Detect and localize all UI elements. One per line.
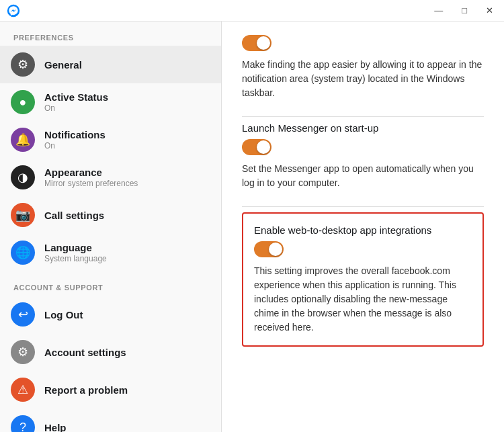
minimize-button[interactable]: — bbox=[430, 5, 447, 16]
content-area: Make finding the app easier by allowing … bbox=[222, 21, 504, 432]
sidebar: PREFERENCES⚙General●Active StatusOn🔔Noti… bbox=[0, 21, 222, 432]
sidebar-item-text-notifications: NotificationsOn bbox=[44, 129, 106, 150]
section-startup: Launch Messenger on start-up Set the Mes… bbox=[242, 122, 484, 190]
sidebar-item-help[interactable]: ?Help bbox=[0, 408, 221, 432]
section-web-desktop: Enable web-to-desktop app integrations T… bbox=[242, 212, 484, 347]
sidebar-item-sub-appearance: Mirror system preferences bbox=[44, 179, 138, 188]
sidebar-item-label-help: Help bbox=[44, 422, 67, 433]
sidebar-item-text-active-status: Active StatusOn bbox=[44, 91, 108, 113]
notifications-icon: 🔔 bbox=[11, 128, 35, 152]
window-controls: — □ ✕ bbox=[430, 5, 497, 16]
main-layout: PREFERENCES⚙General●Active StatusOn🔔Noti… bbox=[0, 21, 504, 432]
sidebar-item-text-call-settings: Call settings bbox=[44, 210, 104, 221]
divider-1 bbox=[242, 116, 484, 117]
sidebar-item-language[interactable]: 🌐LanguageSystem language bbox=[0, 234, 221, 271]
sidebar-item-sub-notifications: On bbox=[44, 141, 106, 150]
logout-icon: ↩ bbox=[11, 302, 35, 327]
sidebar-item-text-help: Help bbox=[44, 422, 67, 433]
sidebar-item-label-active-status: Active Status bbox=[44, 91, 108, 103]
startup-toggle[interactable] bbox=[242, 139, 271, 155]
sidebar-item-text-language: LanguageSystem language bbox=[44, 242, 107, 263]
startup-description: Set the Messenger app to open automatica… bbox=[242, 162, 484, 190]
language-icon: 🌐 bbox=[11, 241, 35, 265]
startup-label: Launch Messenger on start-up bbox=[242, 122, 484, 134]
account-settings-icon: ⚙ bbox=[11, 340, 35, 364]
startup-toggle-knob bbox=[257, 140, 270, 154]
help-icon: ? bbox=[11, 415, 35, 432]
appearance-icon: ◑ bbox=[11, 165, 35, 189]
startup-toggle-wrap bbox=[242, 139, 484, 155]
sidebar-item-label-call-settings: Call settings bbox=[44, 210, 104, 221]
sidebar-item-label-logout: Log Out bbox=[44, 309, 83, 320]
sidebar-item-active-status[interactable]: ●Active StatusOn bbox=[0, 83, 221, 121]
tray-toggle[interactable] bbox=[242, 35, 271, 51]
sidebar-section-title: ACCOUNT & SUPPORT bbox=[0, 271, 221, 296]
sidebar-item-label-general: General bbox=[44, 59, 82, 71]
sidebar-item-call-settings[interactable]: 📷Call settings bbox=[0, 196, 221, 234]
sidebar-item-label-language: Language bbox=[44, 242, 107, 253]
active-status-icon: ● bbox=[11, 90, 35, 114]
sidebar-item-text-report-problem: Report a problem bbox=[44, 384, 128, 396]
sidebar-item-logout[interactable]: ↩Log Out bbox=[0, 296, 221, 333]
web-desktop-description: This setting improves the overall facebo… bbox=[254, 264, 472, 335]
sidebar-section-title: PREFERENCES bbox=[0, 21, 221, 46]
sidebar-item-text-account-settings: Account settings bbox=[44, 347, 126, 358]
title-bar: — □ ✕ bbox=[0, 0, 504, 21]
web-desktop-toggle[interactable] bbox=[254, 241, 284, 257]
tray-toggle-knob bbox=[257, 36, 270, 50]
tray-description: Make finding the app easier by allowing … bbox=[242, 58, 484, 100]
sidebar-item-label-notifications: Notifications bbox=[44, 129, 106, 140]
web-desktop-label: Enable web-to-desktop app integrations bbox=[254, 224, 472, 236]
sidebar-item-sub-language: System language bbox=[44, 254, 107, 263]
section-tray: Make finding the app easier by allowing … bbox=[242, 35, 484, 100]
report-problem-icon: ⚠ bbox=[11, 378, 35, 402]
maximize-button[interactable]: □ bbox=[458, 5, 471, 16]
sidebar-item-text-appearance: AppearanceMirror system preferences bbox=[44, 167, 138, 188]
sidebar-item-appearance[interactable]: ◑AppearanceMirror system preferences bbox=[0, 159, 221, 196]
sidebar-item-account-settings[interactable]: ⚙Account settings bbox=[0, 333, 221, 371]
sidebar-item-label-report-problem: Report a problem bbox=[44, 384, 128, 396]
sidebar-item-sub-active-status: On bbox=[44, 103, 108, 113]
sidebar-item-label-appearance: Appearance bbox=[44, 167, 138, 178]
sidebar-item-label-account-settings: Account settings bbox=[44, 347, 126, 358]
sidebar-item-general[interactable]: ⚙General bbox=[0, 46, 221, 83]
divider-2 bbox=[242, 206, 484, 207]
close-button[interactable]: ✕ bbox=[482, 5, 497, 16]
sidebar-item-notifications[interactable]: 🔔NotificationsOn bbox=[0, 121, 221, 159]
app-logo-icon bbox=[7, 4, 20, 17]
general-icon: ⚙ bbox=[11, 52, 35, 77]
web-desktop-toggle-wrap bbox=[254, 241, 472, 257]
call-settings-icon: 📷 bbox=[11, 203, 35, 227]
sidebar-item-text-logout: Log Out bbox=[44, 309, 83, 320]
web-desktop-toggle-knob bbox=[269, 243, 282, 256]
sidebar-item-report-problem[interactable]: ⚠Report a problem bbox=[0, 371, 221, 408]
sidebar-item-text-general: General bbox=[44, 59, 82, 71]
tray-toggle-wrap bbox=[242, 35, 484, 51]
